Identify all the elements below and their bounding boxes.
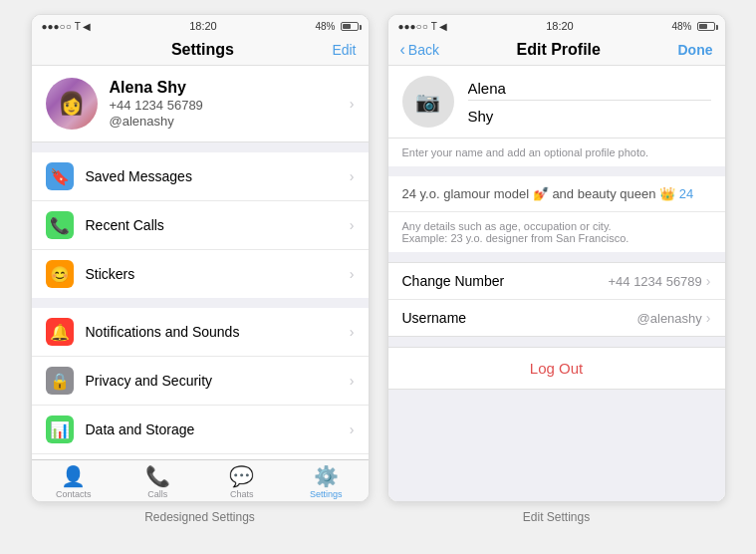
bio-hint: Any details such as age, occupation or c… [388, 212, 725, 252]
tab-contacts[interactable]: 👤 Contacts [32, 464, 117, 499]
right-phone: ●●●○○ T ◀ 18:20 48% ‹ Back Edit Profile … [387, 14, 726, 502]
nav-bar-settings: Settings Edit [32, 35, 369, 66]
chats-tab-label: Chats [230, 489, 254, 499]
stickers-chevron: › [350, 266, 355, 282]
username-value: @alenashy [637, 311, 702, 326]
menu-group2: 🔔 Notifications and Sounds › 🔒 Privacy a… [32, 308, 369, 459]
username-item[interactable]: Username @alenashy › [388, 300, 725, 336]
privacy-label: Privacy and Security [86, 373, 338, 389]
tab-bar: 👤 Contacts 📞 Calls 💬 Chats ⚙️ Settings [32, 459, 369, 501]
last-name-input[interactable] [468, 105, 711, 128]
bio-text[interactable]: 24 y.o. glamour model 💅 and beauty queen… [388, 176, 725, 212]
info-row: Change Number +44 1234 56789 › Username … [388, 262, 725, 337]
settings-content: 👩 Alena Shy +44 1234 56789 @alenashy › 🔖… [32, 66, 369, 459]
stickers-item[interactable]: 😊 Stickers › [32, 250, 369, 298]
edit-content: 📷 Enter your name and add an optional pr… [388, 66, 725, 501]
tab-settings[interactable]: ⚙️ Settings [284, 464, 369, 499]
signal-left: ●●●○○ T ◀ [42, 21, 92, 32]
captions: Redesigned Settings Edit Settings [0, 502, 756, 532]
contacts-tab-icon: 👤 [61, 464, 86, 488]
calls-tab-icon: 📞 [145, 464, 170, 488]
status-bar-right: ●●●○○ T ◀ 18:20 48% [388, 15, 725, 35]
username-label: Username [402, 310, 637, 326]
settings-title: Settings [74, 41, 333, 59]
battery-right: 48% [671, 21, 714, 32]
left-caption: Redesigned Settings [31, 510, 370, 524]
chats-tab-icon: 💬 [229, 464, 254, 488]
notifications-icon: 🔔 [46, 318, 74, 346]
edit-profile-header: 📷 [388, 66, 725, 138]
notifications-label: Notifications and Sounds [86, 324, 338, 340]
saved-label: Saved Messages [86, 168, 338, 184]
contacts-tab-label: Contacts [56, 489, 92, 499]
bottom-spacer [388, 390, 725, 449]
right-caption: Edit Settings [387, 510, 726, 524]
profile-name: Alena Shy [110, 79, 338, 97]
logout-button[interactable]: Log Out [388, 348, 725, 389]
settings-tab-icon: ⚙️ [314, 464, 339, 488]
signal-right: ●●●○○ T ◀ [398, 21, 448, 32]
change-number-label: Change Number [402, 273, 609, 289]
bio-section: 24 y.o. glamour model 💅 and beauty queen… [388, 176, 725, 252]
saved-chevron: › [350, 168, 355, 184]
data-storage-item[interactable]: 📊 Data and Storage › [32, 406, 369, 454]
tab-chats[interactable]: 💬 Chats [200, 464, 285, 499]
status-bar-left: ●●●○○ T ◀ 18:20 48% [32, 15, 369, 35]
change-number-chevron: › [706, 273, 711, 289]
privacy-item[interactable]: 🔒 Privacy and Security › [32, 357, 369, 406]
done-button[interactable]: Done [678, 42, 713, 58]
privacy-icon: 🔒 [46, 367, 74, 395]
tab-calls[interactable]: 📞 Calls [116, 464, 200, 499]
username-chevron: › [706, 310, 711, 326]
saved-messages-item[interactable]: 🔖 Saved Messages › [32, 152, 369, 201]
battery-left: 48% [315, 21, 358, 32]
back-chevron-icon: ‹ [400, 41, 405, 59]
edit-profile-title: Edit Profile [439, 41, 678, 59]
edit-button[interactable]: Edit [332, 42, 356, 58]
calls-label: Recent Calls [86, 217, 338, 233]
change-number-value: +44 1234 56789 [608, 274, 701, 289]
profile-hint: Enter your name and add an optional prof… [388, 138, 725, 166]
left-phone: ●●●○○ T ◀ 18:20 48% Settings Edit 👩 [31, 14, 370, 502]
avatar: 👩 [46, 78, 98, 130]
bio-counter: 24 [679, 186, 693, 201]
nav-bar-edit-profile: ‹ Back Edit Profile Done [388, 35, 725, 66]
battery-icon-right [697, 22, 715, 31]
data-label: Data and Storage [86, 421, 338, 437]
recent-calls-item[interactable]: 📞 Recent Calls › [32, 201, 369, 250]
notifications-item[interactable]: 🔔 Notifications and Sounds › [32, 308, 369, 357]
menu-group1: 🔖 Saved Messages › 📞 Recent Calls › 😊 St… [32, 152, 369, 298]
settings-tab-label: Settings [310, 489, 343, 499]
profile-phone: +44 1234 56789 [110, 98, 338, 113]
saved-icon: 🔖 [46, 162, 74, 190]
change-number-item[interactable]: Change Number +44 1234 56789 › [388, 263, 725, 300]
back-button[interactable]: ‹ Back [400, 41, 439, 59]
calls-chevron: › [350, 217, 355, 233]
logout-section: Log Out [388, 347, 725, 390]
data-icon: 📊 [46, 416, 74, 443]
time-right: 18:20 [546, 20, 574, 32]
profile-username: @alenashy [110, 114, 338, 129]
first-name-input[interactable] [468, 77, 711, 101]
time-left: 18:20 [189, 20, 217, 32]
stickers-icon: 😊 [46, 260, 74, 288]
calls-tab-label: Calls [147, 489, 167, 499]
profile-chevron: › [350, 96, 355, 112]
stickers-label: Stickers [86, 266, 338, 282]
profile-section[interactable]: 👩 Alena Shy +44 1234 56789 @alenashy › [32, 66, 369, 142]
calls-icon: 📞 [46, 211, 74, 239]
edit-avatar[interactable]: 📷 [402, 76, 454, 128]
battery-icon-left [341, 22, 359, 31]
